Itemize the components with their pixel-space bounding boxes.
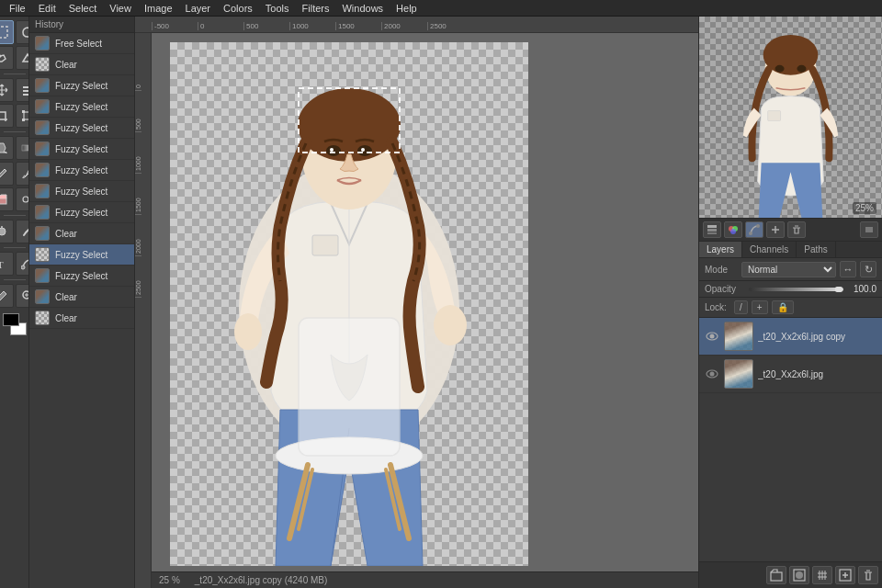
layer-mask[interactable] — [789, 566, 809, 584]
history-item[interactable]: Fuzzy Select — [29, 75, 134, 96]
history-item[interactable]: Fuzzy Select — [29, 160, 134, 181]
layer-new[interactable] — [835, 566, 855, 584]
mode-select[interactable]: Normal Multiply Screen Overlay — [741, 262, 836, 277]
layer-visibility-1[interactable] — [705, 367, 719, 381]
history-item[interactable]: Clear — [29, 287, 134, 308]
menu-view[interactable]: View — [104, 2, 137, 15]
tool-text[interactable]: T — [0, 252, 14, 276]
history-item[interactable]: Fuzzy Select — [29, 118, 134, 139]
history-thumb — [35, 311, 50, 325]
ruler-mark-v: 2000 — [135, 215, 141, 256]
opacity-slider[interactable] — [749, 288, 843, 291]
tool-zoom[interactable] — [16, 284, 30, 308]
menu-filters[interactable]: Filters — [297, 2, 335, 15]
tab-paths[interactable]: Paths — [797, 242, 836, 257]
tool-lasso[interactable] — [16, 20, 30, 44]
tool-eraser[interactable] — [0, 187, 14, 211]
panel-icon-paths[interactable] — [745, 221, 763, 238]
layer-visibility-0[interactable] — [705, 329, 719, 344]
history-item-label: Clear — [55, 313, 77, 323]
tab-channels[interactable]: Channels — [742, 242, 797, 257]
layer-fx[interactable] — [812, 566, 832, 584]
history-item[interactable]: Fuzzy Select — [29, 96, 134, 118]
lock-alpha[interactable]: + — [752, 300, 768, 314]
tool-crop[interactable] — [0, 104, 14, 128]
svg-point-49 — [756, 224, 760, 228]
menu-colors[interactable]: Colors — [218, 2, 258, 15]
tool-paintbrush[interactable] — [16, 162, 30, 186]
history-item[interactable]: Clear — [29, 308, 134, 329]
tool-align[interactable] — [16, 78, 30, 102]
tool-transform[interactable] — [16, 104, 30, 128]
svg-point-56 — [796, 571, 803, 579]
canvas-viewport[interactable]: 25 % _t20_Xx2x6l.jpg copy (4240 MB) — [152, 33, 698, 588]
menu-windows[interactable]: Windows — [336, 2, 389, 15]
tool-dodge[interactable] — [0, 220, 14, 243]
history-item[interactable]: Clear — [29, 54, 134, 75]
tool-paintbucket[interactable] — [0, 136, 14, 160]
tool-fuzzy-select[interactable] — [0, 46, 14, 70]
panel-icon-delete[interactable] — [787, 221, 806, 238]
history-item[interactable]: Free Select — [29, 33, 134, 54]
tool-selection[interactable] — [0, 20, 14, 44]
history-item[interactable]: Fuzzy Select — [29, 181, 134, 202]
svg-rect-0 — [0, 27, 7, 38]
history-item[interactable]: Fuzzy Select — [29, 202, 134, 223]
ruler-vertical: 0 500 1000 1500 2000 2500 — [135, 33, 152, 588]
history-item-label: Fuzzy Select — [55, 250, 107, 260]
lock-paint[interactable]: / — [734, 300, 748, 314]
mode-label: Mode — [705, 265, 738, 275]
panel-icon-layers[interactable] — [703, 221, 721, 238]
history-thumb — [35, 226, 50, 241]
tool-clone[interactable] — [16, 187, 30, 211]
ruler-marks-horizontal: -500 0 500 1000 1500 2000 2500 — [152, 22, 473, 30]
lock-all[interactable]: 🔒 — [772, 300, 794, 314]
menu-help[interactable]: Help — [390, 2, 423, 15]
layer-img-0 — [725, 322, 752, 350]
tool-move[interactable] — [0, 78, 14, 102]
preview-zoom-percent: 25% — [853, 202, 876, 214]
history-thumb — [35, 36, 50, 51]
tool-path[interactable] — [16, 252, 30, 276]
mode-btn-2[interactable]: ↻ — [860, 261, 876, 277]
canvas-area[interactable]: -500 0 500 1000 1500 2000 2500 0 500 100… — [135, 17, 698, 588]
svg-point-53 — [710, 372, 715, 377]
history-header: History — [29, 17, 134, 33]
preview-person-svg — [699, 17, 882, 218]
tool-blend[interactable] — [16, 136, 30, 160]
status-bar: 25 % _t20_Xx2x6l.jpg copy (4240 MB) — [152, 571, 698, 588]
history-item[interactable]: Fuzzy Select — [29, 139, 134, 160]
ruler-mark-v: 0 — [135, 50, 141, 91]
panel-menu-btn[interactable] — [860, 221, 878, 238]
menu-edit[interactable]: Edit — [33, 2, 62, 15]
history-item[interactable]: Clear — [29, 223, 134, 244]
panel-icon-new[interactable] — [766, 221, 785, 238]
preview-image: 25% — [699, 17, 882, 218]
svg-point-40 — [797, 65, 806, 73]
menu-file[interactable]: File — [4, 2, 31, 15]
layer-name-1: _t20_Xx2x6l.jpg — [758, 369, 876, 379]
history-item-label: Fuzzy Select — [55, 271, 107, 281]
tab-layers[interactable]: Layers — [699, 242, 742, 257]
tool-select-by-color[interactable] — [16, 46, 30, 70]
history-item[interactable]: Fuzzy Select — [29, 244, 134, 266]
layer-new-group[interactable] — [766, 566, 786, 584]
menu-layer[interactable]: Layer — [180, 2, 217, 15]
panel-icon-channels[interactable] — [724, 221, 742, 238]
layer-item-1[interactable]: _t20_Xx2x6l.jpg — [699, 356, 882, 393]
layer-delete[interactable] — [858, 566, 878, 584]
menu-bar: File Edit Select View Image Layer Colors… — [0, 0, 882, 17]
menu-image[interactable]: Image — [139, 2, 178, 15]
tool-color-picker[interactable] — [0, 284, 14, 308]
mode-row: Mode Normal Multiply Screen Overlay ↔ ↻ — [699, 258, 882, 281]
history-item-label: Clear — [55, 60, 77, 70]
ruler-mark: -500 — [152, 22, 198, 30]
layer-item-0[interactable]: _t20_Xx2x6l.jpg copy — [699, 318, 882, 356]
menu-tools[interactable]: Tools — [260, 2, 295, 15]
history-item[interactable]: Fuzzy Select — [29, 266, 134, 287]
tool-smudge[interactable] — [16, 220, 30, 243]
tool-pencil[interactable] — [0, 162, 14, 186]
mode-btn-1[interactable]: ↔ — [840, 261, 856, 277]
foreground-color[interactable] — [3, 313, 19, 326]
menu-select[interactable]: Select — [63, 2, 103, 15]
